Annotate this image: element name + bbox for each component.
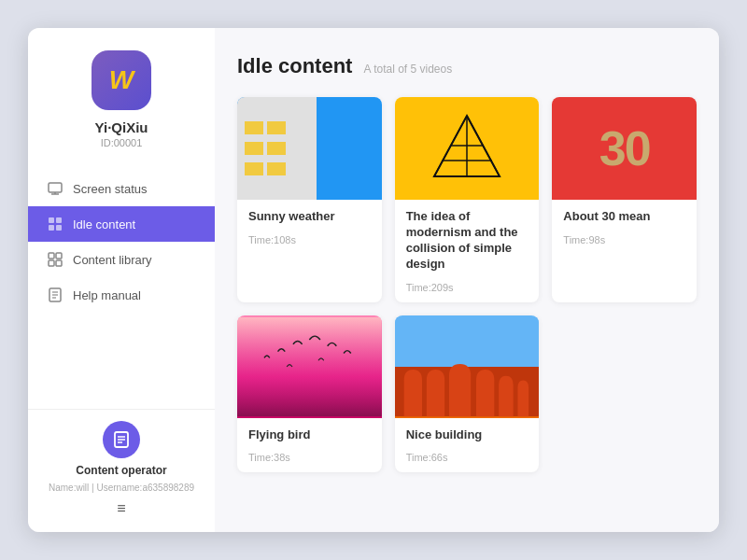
video-card-modernism[interactable]: The idea of modernism and the collision … [395,97,540,302]
thumbnail-building [395,315,540,418]
hamburger-menu-icon[interactable]: ≡ [117,500,125,517]
video-card-sunny[interactable]: Sunny weather Time:108s [237,97,382,302]
svg-rect-26 [237,316,382,415]
page-subtitle: A total of 5 videos [363,63,452,76]
svg-rect-10 [56,260,62,266]
screen-status-icon [47,180,63,197]
sidebar: W Yi·QiXiu ID:00001 Screen status [28,28,215,532]
operator-label: Content operator [76,464,166,477]
sidebar-bottom: Content operator Name:will | Username:a6… [28,409,215,517]
svg-rect-6 [56,225,62,231]
page-header: Idle content A total of 5 videos [237,54,697,78]
thumbnail-modernism [395,97,540,200]
username: Yi·QiXiu [95,119,148,135]
sidebar-item-label: Help manual [73,288,141,302]
sidebar-item-label: Screen status [73,182,148,196]
video-card-building[interactable]: Nice building Time:66s [395,315,540,473]
video-info-bird: Flying bird Time:38s [237,418,382,473]
sidebar-item-label: Content library [73,253,152,267]
page-title: Idle content [237,54,352,78]
nav-menu: Screen status Idle content [28,171,215,409]
video-time: Time:209s [406,282,529,293]
sidebar-item-screen-status[interactable]: Screen status [28,171,215,206]
number-display: 30 [599,120,650,176]
thumbnail-thirty: 30 [552,97,697,200]
video-title: Sunny weather [248,209,371,225]
thumbnail-bird [237,315,382,418]
video-card-thirty[interactable]: 30 About 30 mean Time:98s [552,97,697,302]
operator-icon [103,421,140,458]
idle-content-icon [47,216,63,232]
svg-rect-7 [49,253,54,259]
avatar-letter: W [109,65,134,95]
video-title: About 30 mean [563,209,685,225]
video-time: Time:38s [248,452,371,463]
operator-info: Name:will | Username:a635898289 [49,483,194,493]
video-title: Flying bird [248,427,371,443]
thumbnail-sunny [237,97,382,200]
video-card-bird[interactable]: Flying bird Time:38s [237,315,382,473]
video-grid: Sunny weather Time:108s [237,97,697,472]
video-time: Time:108s [248,234,371,245]
video-info-building: Nice building Time:66s [395,418,540,473]
video-info-thirty: About 30 mean Time:98s [552,200,697,255]
help-manual-icon [47,287,63,303]
main-content: Idle content A total of 5 videos [215,28,719,532]
user-id: ID:00001 [101,137,143,148]
content-library-icon [47,251,63,268]
video-title: Nice building [406,427,529,443]
sidebar-item-label: Idle content [73,217,135,231]
svg-rect-5 [49,225,54,231]
video-info-modernism: The idea of modernism and the collision … [395,200,540,302]
sidebar-item-idle-content[interactable]: Idle content [28,206,215,242]
sidebar-item-help-manual[interactable]: Help manual [28,277,215,313]
video-time: Time:66s [406,452,529,463]
app-window: W Yi·QiXiu ID:00001 Screen status [28,28,719,532]
svg-rect-0 [49,183,62,192]
svg-rect-3 [49,217,54,223]
svg-rect-9 [49,260,54,266]
video-info-sunny: Sunny weather Time:108s [237,200,382,255]
video-title: The idea of modernism and the collision … [406,209,529,273]
sidebar-item-content-library[interactable]: Content library [28,242,215,277]
video-time: Time:98s [563,234,685,245]
svg-rect-27 [395,316,540,366]
svg-rect-8 [56,253,62,259]
avatar-container: W Yi·QiXiu ID:00001 [92,50,151,148]
avatar: W [92,50,151,110]
svg-rect-4 [56,217,62,223]
